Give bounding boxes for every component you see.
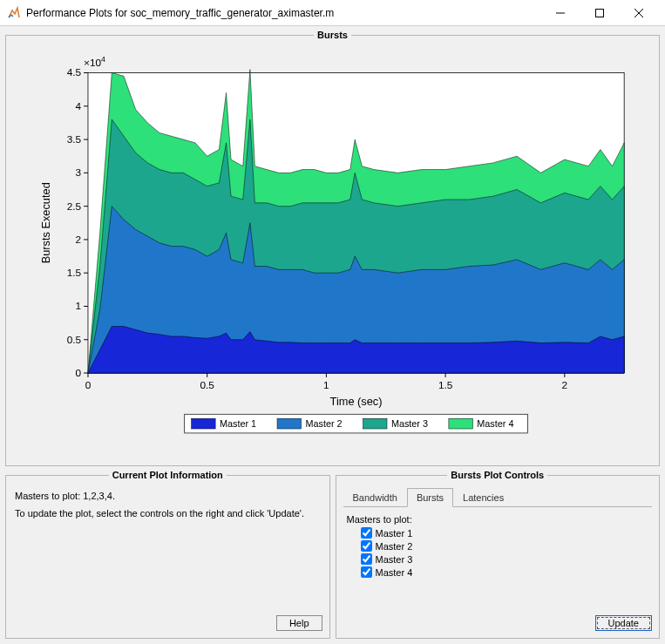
svg-text:0: 0 [85, 379, 92, 391]
maximize-button[interactable] [580, 0, 619, 26]
master-checkbox-row: Master 3 [343, 552, 653, 566]
svg-rect-41 [277, 418, 302, 429]
svg-text:1: 1 [323, 379, 329, 391]
info-panel-title: Current Plot Information [109, 470, 227, 480]
svg-rect-43 [363, 418, 387, 429]
controls-panel-title: Bursts Plot Controls [447, 470, 547, 480]
svg-text:2.5: 2.5 [67, 200, 82, 213]
close-button[interactable] [619, 0, 658, 26]
svg-text:0: 0 [76, 367, 82, 379]
master-checkbox-label: Master 3 [376, 554, 413, 565]
master-checkbox-2[interactable] [361, 540, 372, 552]
svg-text:3.5: 3.5 [67, 133, 82, 146]
svg-rect-39 [192, 418, 216, 429]
info-line-2: To update the plot, select the controls … [13, 505, 322, 522]
svg-text:1: 1 [76, 300, 82, 312]
tab-bandwidth[interactable]: Bandwidth [343, 488, 407, 507]
master-checkbox-row: Master 4 [343, 566, 653, 579]
master-checkbox-3[interactable] [361, 553, 372, 565]
matlab-icon [7, 6, 21, 20]
svg-text:3: 3 [76, 166, 82, 179]
svg-text:Master 2: Master 2 [305, 418, 342, 429]
master-checkbox-label: Master 1 [376, 528, 413, 539]
master-checkbox-row: Master 1 [343, 526, 653, 539]
master-checkbox-label: Master 4 [376, 567, 413, 578]
svg-text:Time (sec): Time (sec) [330, 395, 383, 408]
svg-text:4.5: 4.5 [67, 66, 82, 78]
svg-rect-1 [595, 9, 603, 17]
window-title: Performance Plots for soc_memory_traffic… [26, 7, 540, 19]
minimize-button[interactable] [540, 0, 580, 26]
controls-panel: Bursts Plot Controls Bandwidth Bursts La… [336, 470, 661, 639]
plot-panel-title: Bursts [314, 30, 351, 40]
tab-bursts[interactable]: Bursts [407, 488, 453, 507]
plot-panel: Bursts 00.511.5200.511.522.533.544.5Time… [5, 30, 660, 466]
svg-text:Bursts Executed: Bursts Executed [39, 182, 52, 263]
svg-text:1.5: 1.5 [438, 379, 453, 391]
master-checkbox-row: Master 2 [343, 539, 653, 552]
svg-text:Master 3: Master 3 [391, 418, 428, 429]
info-line-1: Masters to plot: 1,2,3,4. [13, 487, 322, 505]
svg-text:2: 2 [562, 379, 568, 391]
tab-latencies[interactable]: Latencies [453, 488, 513, 507]
svg-text:Master 1: Master 1 [220, 418, 256, 429]
update-button[interactable]: Update [595, 615, 652, 631]
masters-group-label: Masters to plot: [343, 512, 653, 526]
svg-rect-45 [449, 418, 473, 429]
svg-text:0.5: 0.5 [67, 334, 82, 346]
master-checkbox-4[interactable] [361, 566, 372, 578]
svg-text:×104: ×104 [84, 55, 105, 69]
tab-bar: Bandwidth Bursts Latencies [343, 487, 653, 507]
svg-text:2: 2 [76, 234, 82, 246]
help-button[interactable]: Help [276, 615, 322, 631]
svg-text:4: 4 [76, 100, 82, 112]
svg-text:1.5: 1.5 [67, 267, 82, 279]
master-checkbox-1[interactable] [361, 527, 372, 539]
info-panel: Current Plot Information Masters to plot… [5, 470, 330, 639]
master-checkbox-label: Master 2 [376, 541, 413, 552]
chart-area: 00.511.5200.511.522.533.544.5Time (sec)B… [13, 47, 652, 458]
window-titlebar: Performance Plots for soc_memory_traffic… [0, 0, 665, 26]
svg-text:Master 4: Master 4 [477, 418, 513, 429]
svg-text:0.5: 0.5 [200, 379, 214, 391]
